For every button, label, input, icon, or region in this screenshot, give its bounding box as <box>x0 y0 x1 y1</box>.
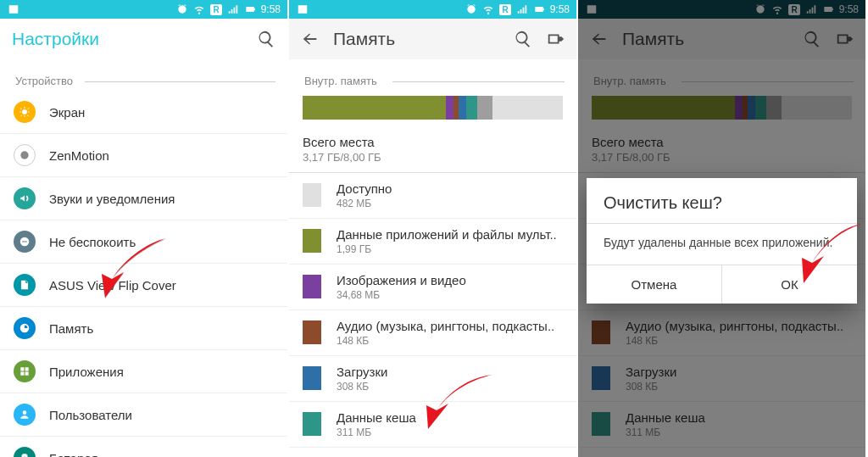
category-label: Данные приложений и файлы мульт.. <box>337 227 557 242</box>
storage-category-0[interactable]: Доступно482 МБ <box>289 173 576 219</box>
storage-category-4[interactable]: Загрузки308 КБ <box>289 356 576 402</box>
category-size: 1,99 ГБ <box>337 243 557 255</box>
storage-category-5[interactable]: Данные кеша311 МБ <box>289 402 576 448</box>
storage-segment <box>303 96 446 120</box>
category-size: 311 МБ <box>337 426 416 438</box>
swatch-icon <box>303 229 321 253</box>
cover-icon <box>14 274 36 296</box>
settings-item-label: Экран <box>49 105 85 120</box>
settings-item-label: Память <box>49 321 93 336</box>
settings-item-label: Звуки и уведомления <box>49 192 175 206</box>
storage-category-6[interactable]: Прочее <box>289 448 576 457</box>
settings-item-6[interactable]: Приложения <box>0 350 287 393</box>
settings-item-3[interactable]: Не беспокоить <box>0 220 287 264</box>
swatch-icon <box>303 366 321 390</box>
category-label: Доступно <box>337 181 392 196</box>
panel-storage: R 9:58 Память Внутр. память Всего места … <box>289 0 578 457</box>
category-size: 148 КБ <box>337 335 554 347</box>
battery-icon <box>244 3 256 15</box>
category-size: 34,68 МБ <box>337 289 466 301</box>
signal-icon <box>516 3 528 15</box>
settings-item-label: ZenMotion <box>49 148 109 163</box>
battery-icon <box>14 447 36 457</box>
search-icon[interactable] <box>257 30 275 48</box>
apps-icon <box>14 360 36 382</box>
settings-item-7[interactable]: Пользователи <box>0 393 287 437</box>
swatch-icon <box>303 320 321 344</box>
swatch-icon <box>303 275 321 298</box>
status-bar: R 9:58 <box>289 0 576 19</box>
storage-icon <box>14 317 36 339</box>
page-title: Память <box>333 29 500 49</box>
cancel-button[interactable]: Отмена <box>587 265 722 304</box>
wifi-icon <box>482 3 494 15</box>
section-label: Внутр. память <box>289 59 576 91</box>
settings-item-label: Приложения <box>49 365 124 379</box>
ok-button[interactable]: ОК <box>722 265 857 304</box>
alarm-icon <box>176 3 188 15</box>
settings-item-1[interactable]: ZenMotion <box>0 134 287 177</box>
appbar: Память <box>289 19 576 59</box>
category-label: Загрузки <box>337 365 387 379</box>
swatch-icon <box>303 412 321 436</box>
storage-category-2[interactable]: Изображения и видео34,68 МБ <box>289 265 576 310</box>
panel-settings: R 9:58 Настройки Устройство ЭкранZenMoti… <box>0 0 289 457</box>
back-icon[interactable] <box>301 30 320 48</box>
category-size: 308 КБ <box>337 381 387 393</box>
settings-item-label: Батарея <box>49 451 98 458</box>
settings-item-2[interactable]: Звуки и уведомления <box>0 177 287 220</box>
settings-item-label: Не беспокоить <box>49 235 136 249</box>
clear-cache-dialog: Очистить кеш? Будут удалены данные всех … <box>587 178 857 304</box>
swatch-icon <box>303 183 321 207</box>
category-label: Аудио (музыка, рингтоны, подкасты.. <box>337 319 554 333</box>
status-time: 9:58 <box>261 3 281 15</box>
section-label: Устройство <box>0 59 287 91</box>
storage-segment <box>446 96 453 120</box>
storage-bar <box>303 96 563 120</box>
storage-category-1[interactable]: Данные приложений и файлы мульт..1,99 ГБ <box>289 219 576 265</box>
storage-segment <box>466 96 476 120</box>
settings-item-4[interactable]: ASUS View Flip Cover <box>0 264 287 307</box>
storage-segment <box>459 96 466 120</box>
category-label: Данные кеша <box>337 410 416 425</box>
total-label: Всего места <box>303 135 563 149</box>
alarm-icon <box>465 3 477 15</box>
status-bar: R 9:58 <box>0 0 287 19</box>
status-time: 9:58 <box>550 3 570 15</box>
zen-icon <box>14 144 36 166</box>
wifi-icon <box>193 3 205 15</box>
settings-item-8[interactable]: Батарея <box>0 437 287 457</box>
storage-category-3[interactable]: Аудио (музыка, рингтоны, подкасты..148 К… <box>289 310 576 356</box>
settings-item-0[interactable]: Экран <box>0 91 287 134</box>
carrier-badge: R <box>210 4 221 15</box>
picture-icon <box>7 3 20 15</box>
dialog-body: Будут удалены данные всех приложений. <box>587 224 857 265</box>
carrier-badge: R <box>499 4 510 15</box>
sound-icon <box>14 187 36 209</box>
dnd-icon <box>14 231 36 253</box>
search-icon[interactable] <box>514 30 532 48</box>
settings-item-label: ASUS View Flip Cover <box>49 278 176 293</box>
category-label: Изображения и видео <box>337 273 466 287</box>
battery-icon <box>533 3 545 15</box>
user-icon <box>14 404 36 426</box>
total-value: 3,17 ГБ/8,00 ГБ <box>303 151 563 164</box>
settings-item-5[interactable]: Память <box>0 307 287 350</box>
picture-icon <box>296 3 309 15</box>
storage-segment <box>477 96 492 120</box>
appbar: Настройки <box>0 19 287 59</box>
signal-icon <box>227 3 239 15</box>
category-size: 482 МБ <box>337 198 392 209</box>
settings-item-label: Пользователи <box>49 408 132 422</box>
panel-dialog: R 9:58 Память Внутр. память Всего места … <box>578 0 867 457</box>
page-title: Настройки <box>12 29 243 49</box>
total-block: Всего места 3,17 ГБ/8,00 ГБ <box>289 131 576 173</box>
usb-icon[interactable] <box>546 30 565 48</box>
dialog-title: Очистить кеш? <box>587 178 857 224</box>
storage-segment <box>492 96 563 120</box>
sun-icon <box>14 101 36 123</box>
